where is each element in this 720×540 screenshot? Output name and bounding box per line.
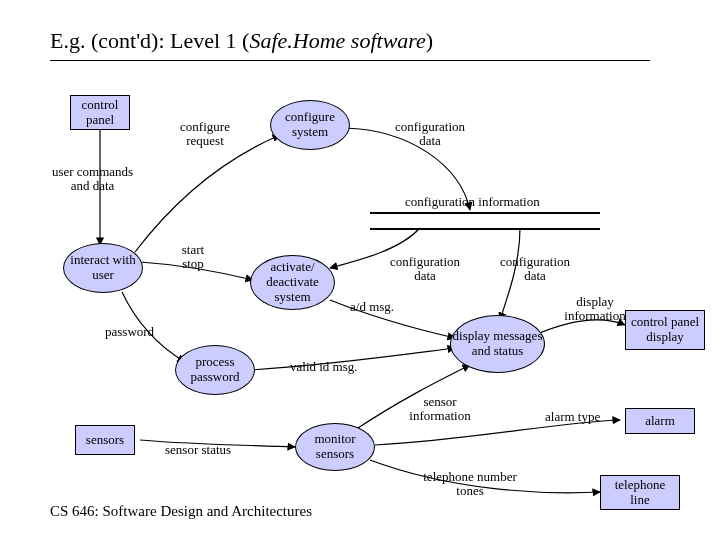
- entity-label: control panel: [75, 98, 125, 128]
- title-italic: Safe.Home software: [249, 28, 425, 53]
- flow-sensor-information: sensor information: [400, 395, 480, 424]
- process-label: configure system: [271, 110, 349, 140]
- process-label: process password: [176, 355, 254, 385]
- title-suffix: ): [426, 28, 433, 53]
- data-store-bottom-line: [370, 228, 600, 230]
- process-monitor-sensors: monitor sensors: [295, 423, 375, 471]
- flow-sensor-status: sensor status: [165, 443, 231, 457]
- entity-alarm: alarm: [625, 408, 695, 434]
- slide-footer: CS 646: Software Design and Architecture…: [50, 503, 312, 520]
- entity-label: control panel display: [630, 315, 700, 345]
- entity-telephone-line: telephone line: [600, 475, 680, 510]
- process-activate-deactivate-system: activate/ deactivate system: [250, 255, 335, 310]
- flow-configuration-data-1: configuration data: [385, 120, 475, 149]
- flow-password: password: [105, 325, 154, 339]
- slide-title: E.g. (cont'd): Level 1 (Safe.Home softwa…: [50, 28, 433, 54]
- flow-ad-msg: a/d msg.: [350, 300, 394, 314]
- process-label: interact with user: [64, 253, 142, 283]
- entity-control-panel-display: control panel display: [625, 310, 705, 350]
- title-prefix: E.g. (cont'd): Level 1 (: [50, 28, 249, 53]
- flow-alarm-type: alarm type: [545, 410, 600, 424]
- process-configure-system: configure system: [270, 100, 350, 150]
- entity-label: sensors: [86, 433, 124, 448]
- flow-user-commands-and-data: user commands and data: [45, 165, 140, 194]
- flow-configuration-data-3: configuration data: [490, 255, 580, 284]
- flow-valid-id-msg: valid id msg.: [290, 360, 358, 374]
- flow-configure-request: configure request: [170, 120, 240, 149]
- entity-control-panel: control panel: [70, 95, 130, 130]
- flow-telephone-number-tones: telephone number tones: [420, 470, 520, 499]
- process-label: display messages and status: [451, 329, 544, 359]
- flow-start-stop: start stop: [173, 243, 213, 272]
- entity-label: telephone line: [605, 478, 675, 508]
- flow-configuration-data-2: configuration data: [380, 255, 470, 284]
- data-store-label: configuration information: [405, 195, 540, 209]
- process-interact-with-user: interact with user: [63, 243, 143, 293]
- entity-sensors: sensors: [75, 425, 135, 455]
- process-label: activate/ deactivate system: [251, 260, 334, 305]
- data-store-top-line: [370, 212, 600, 214]
- process-display-messages-and-status: display messages and status: [450, 315, 545, 373]
- flow-display-information: display information: [555, 295, 635, 324]
- process-label: monitor sensors: [296, 432, 374, 462]
- title-underline: [50, 60, 650, 61]
- entity-label: alarm: [645, 414, 675, 429]
- process-process-password: process password: [175, 345, 255, 395]
